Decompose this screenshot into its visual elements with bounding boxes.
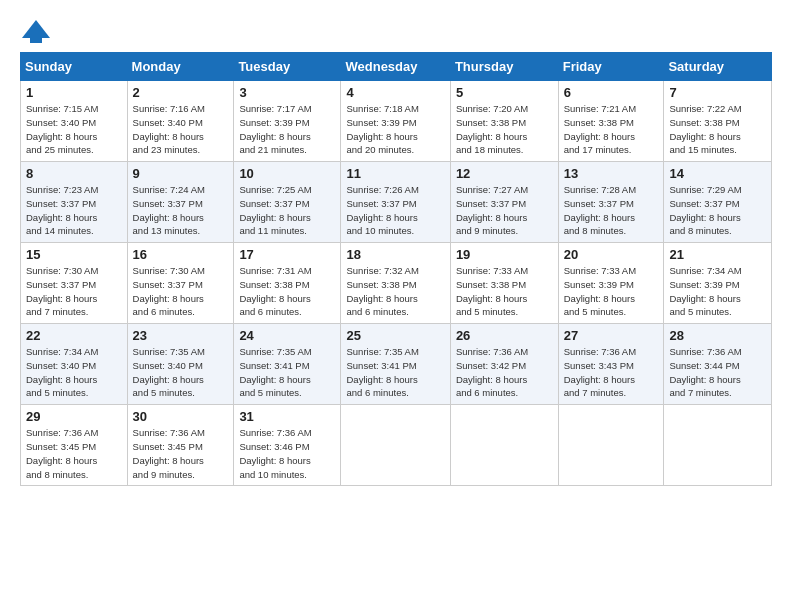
day-info: Sunrise: 7:28 AM Sunset: 3:37 PM Dayligh…: [564, 183, 659, 238]
day-number: 17: [239, 247, 335, 262]
logo: [20, 18, 57, 44]
week-row-2: 8Sunrise: 7:23 AM Sunset: 3:37 PM Daylig…: [21, 162, 772, 243]
day-cell: 16Sunrise: 7:30 AM Sunset: 3:37 PM Dayli…: [127, 243, 234, 324]
week-row-3: 15Sunrise: 7:30 AM Sunset: 3:37 PM Dayli…: [21, 243, 772, 324]
day-number: 24: [239, 328, 335, 343]
day-cell: 10Sunrise: 7:25 AM Sunset: 3:37 PM Dayli…: [234, 162, 341, 243]
day-number: 4: [346, 85, 444, 100]
day-number: 7: [669, 85, 766, 100]
logo-icon: [20, 18, 52, 44]
day-cell: 21Sunrise: 7:34 AM Sunset: 3:39 PM Dayli…: [664, 243, 772, 324]
day-number: 1: [26, 85, 122, 100]
day-number: 16: [133, 247, 229, 262]
day-cell: [450, 405, 558, 486]
weekday-header-sunday: Sunday: [21, 53, 128, 81]
day-number: 8: [26, 166, 122, 181]
day-number: 21: [669, 247, 766, 262]
day-cell: 5Sunrise: 7:20 AM Sunset: 3:38 PM Daylig…: [450, 81, 558, 162]
day-cell: 7Sunrise: 7:22 AM Sunset: 3:38 PM Daylig…: [664, 81, 772, 162]
day-info: Sunrise: 7:31 AM Sunset: 3:38 PM Dayligh…: [239, 264, 335, 319]
day-number: 20: [564, 247, 659, 262]
day-cell: 3Sunrise: 7:17 AM Sunset: 3:39 PM Daylig…: [234, 81, 341, 162]
day-cell: 30Sunrise: 7:36 AM Sunset: 3:45 PM Dayli…: [127, 405, 234, 486]
day-cell: 23Sunrise: 7:35 AM Sunset: 3:40 PM Dayli…: [127, 324, 234, 405]
weekday-header-thursday: Thursday: [450, 53, 558, 81]
day-info: Sunrise: 7:36 AM Sunset: 3:44 PM Dayligh…: [669, 345, 766, 400]
day-cell: 6Sunrise: 7:21 AM Sunset: 3:38 PM Daylig…: [558, 81, 664, 162]
day-cell: 15Sunrise: 7:30 AM Sunset: 3:37 PM Dayli…: [21, 243, 128, 324]
day-number: 15: [26, 247, 122, 262]
day-cell: 29Sunrise: 7:36 AM Sunset: 3:45 PM Dayli…: [21, 405, 128, 486]
day-cell: 26Sunrise: 7:36 AM Sunset: 3:42 PM Dayli…: [450, 324, 558, 405]
weekday-header-friday: Friday: [558, 53, 664, 81]
day-number: 3: [239, 85, 335, 100]
day-number: 18: [346, 247, 444, 262]
day-cell: 11Sunrise: 7:26 AM Sunset: 3:37 PM Dayli…: [341, 162, 450, 243]
day-cell: 25Sunrise: 7:35 AM Sunset: 3:41 PM Dayli…: [341, 324, 450, 405]
day-info: Sunrise: 7:35 AM Sunset: 3:40 PM Dayligh…: [133, 345, 229, 400]
day-info: Sunrise: 7:26 AM Sunset: 3:37 PM Dayligh…: [346, 183, 444, 238]
day-number: 23: [133, 328, 229, 343]
day-number: 26: [456, 328, 553, 343]
day-info: Sunrise: 7:29 AM Sunset: 3:37 PM Dayligh…: [669, 183, 766, 238]
day-cell: 2Sunrise: 7:16 AM Sunset: 3:40 PM Daylig…: [127, 81, 234, 162]
day-cell: 13Sunrise: 7:28 AM Sunset: 3:37 PM Dayli…: [558, 162, 664, 243]
day-info: Sunrise: 7:23 AM Sunset: 3:37 PM Dayligh…: [26, 183, 122, 238]
day-info: Sunrise: 7:35 AM Sunset: 3:41 PM Dayligh…: [346, 345, 444, 400]
day-cell: 9Sunrise: 7:24 AM Sunset: 3:37 PM Daylig…: [127, 162, 234, 243]
day-info: Sunrise: 7:35 AM Sunset: 3:41 PM Dayligh…: [239, 345, 335, 400]
day-number: 31: [239, 409, 335, 424]
weekday-header-monday: Monday: [127, 53, 234, 81]
day-info: Sunrise: 7:18 AM Sunset: 3:39 PM Dayligh…: [346, 102, 444, 157]
day-cell: 4Sunrise: 7:18 AM Sunset: 3:39 PM Daylig…: [341, 81, 450, 162]
day-number: 9: [133, 166, 229, 181]
day-info: Sunrise: 7:24 AM Sunset: 3:37 PM Dayligh…: [133, 183, 229, 238]
day-info: Sunrise: 7:21 AM Sunset: 3:38 PM Dayligh…: [564, 102, 659, 157]
week-row-4: 22Sunrise: 7:34 AM Sunset: 3:40 PM Dayli…: [21, 324, 772, 405]
day-cell: [664, 405, 772, 486]
day-cell: 22Sunrise: 7:34 AM Sunset: 3:40 PM Dayli…: [21, 324, 128, 405]
day-info: Sunrise: 7:36 AM Sunset: 3:45 PM Dayligh…: [26, 426, 122, 481]
week-row-5: 29Sunrise: 7:36 AM Sunset: 3:45 PM Dayli…: [21, 405, 772, 486]
day-cell: [341, 405, 450, 486]
day-number: 29: [26, 409, 122, 424]
day-cell: 18Sunrise: 7:32 AM Sunset: 3:38 PM Dayli…: [341, 243, 450, 324]
day-info: Sunrise: 7:36 AM Sunset: 3:43 PM Dayligh…: [564, 345, 659, 400]
header: [20, 18, 772, 44]
day-number: 19: [456, 247, 553, 262]
weekday-header-tuesday: Tuesday: [234, 53, 341, 81]
day-info: Sunrise: 7:36 AM Sunset: 3:42 PM Dayligh…: [456, 345, 553, 400]
day-number: 12: [456, 166, 553, 181]
day-cell: 12Sunrise: 7:27 AM Sunset: 3:37 PM Dayli…: [450, 162, 558, 243]
page: SundayMondayTuesdayWednesdayThursdayFrid…: [0, 0, 792, 612]
day-info: Sunrise: 7:30 AM Sunset: 3:37 PM Dayligh…: [133, 264, 229, 319]
day-cell: 24Sunrise: 7:35 AM Sunset: 3:41 PM Dayli…: [234, 324, 341, 405]
day-cell: 8Sunrise: 7:23 AM Sunset: 3:37 PM Daylig…: [21, 162, 128, 243]
day-info: Sunrise: 7:33 AM Sunset: 3:38 PM Dayligh…: [456, 264, 553, 319]
day-cell: [558, 405, 664, 486]
svg-rect-1: [30, 38, 42, 43]
day-cell: 19Sunrise: 7:33 AM Sunset: 3:38 PM Dayli…: [450, 243, 558, 324]
day-number: 30: [133, 409, 229, 424]
week-row-1: 1Sunrise: 7:15 AM Sunset: 3:40 PM Daylig…: [21, 81, 772, 162]
day-cell: 28Sunrise: 7:36 AM Sunset: 3:44 PM Dayli…: [664, 324, 772, 405]
day-cell: 20Sunrise: 7:33 AM Sunset: 3:39 PM Dayli…: [558, 243, 664, 324]
day-number: 6: [564, 85, 659, 100]
day-info: Sunrise: 7:22 AM Sunset: 3:38 PM Dayligh…: [669, 102, 766, 157]
day-number: 22: [26, 328, 122, 343]
day-number: 27: [564, 328, 659, 343]
day-info: Sunrise: 7:25 AM Sunset: 3:37 PM Dayligh…: [239, 183, 335, 238]
day-info: Sunrise: 7:36 AM Sunset: 3:46 PM Dayligh…: [239, 426, 335, 481]
day-info: Sunrise: 7:17 AM Sunset: 3:39 PM Dayligh…: [239, 102, 335, 157]
weekday-header-wednesday: Wednesday: [341, 53, 450, 81]
day-number: 25: [346, 328, 444, 343]
day-number: 11: [346, 166, 444, 181]
day-number: 13: [564, 166, 659, 181]
day-info: Sunrise: 7:34 AM Sunset: 3:40 PM Dayligh…: [26, 345, 122, 400]
day-info: Sunrise: 7:15 AM Sunset: 3:40 PM Dayligh…: [26, 102, 122, 157]
day-cell: 14Sunrise: 7:29 AM Sunset: 3:37 PM Dayli…: [664, 162, 772, 243]
day-number: 2: [133, 85, 229, 100]
svg-marker-0: [22, 20, 50, 38]
day-info: Sunrise: 7:16 AM Sunset: 3:40 PM Dayligh…: [133, 102, 229, 157]
day-cell: 17Sunrise: 7:31 AM Sunset: 3:38 PM Dayli…: [234, 243, 341, 324]
